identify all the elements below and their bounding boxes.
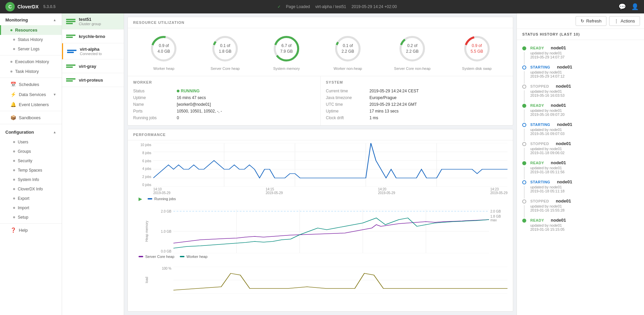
chart1-y10: 10 jobs	[133, 143, 151, 147]
cluster-test51-name: test51	[79, 17, 101, 22]
sidebar-divider-5	[0, 223, 62, 224]
cluster-virt-proteus-info: virt-proteus	[79, 78, 103, 83]
sidebar-divider-2	[0, 78, 62, 78]
timeline-status-3: READY	[530, 103, 544, 107]
timeline-row-0: READY node01	[530, 45, 639, 50]
timeline-item-5: STOPPED node01 updated by node01 2019-01…	[517, 138, 644, 158]
sidebar-item-temp-spaces[interactable]: Temp Spaces	[0, 166, 62, 175]
load-chart-wrapper: load 100 %	[128, 264, 513, 296]
groups-dot	[13, 150, 15, 152]
sidebar-item-server-logs[interactable]: Server Logs	[0, 44, 62, 54]
refresh-button[interactable]: ↻ Refresh	[576, 16, 607, 26]
groups-label: Groups	[18, 149, 31, 154]
timeline-row-6: READY node01	[530, 160, 639, 165]
timeline-content-8: STOPPED node01 updated by node01 2019-01…	[530, 198, 639, 212]
sidebar-item-event-listeners[interactable]: 🔔 Event Listeners	[0, 99, 62, 109]
worker-name-label: Name	[133, 101, 177, 108]
sidebar-item-cloverdx-info[interactable]: CloverDX Info	[0, 184, 62, 194]
chart3-ymax: 100 %	[160, 267, 171, 270]
timeline-updated-2: updated by node01	[530, 89, 639, 93]
sidebar-item-users[interactable]: Users	[0, 137, 62, 147]
timeline-dot-4	[522, 123, 526, 127]
status-timeline: READY node01 updated by node01 2019-05-2…	[517, 40, 644, 315]
cloverdx-info-label: CloverDX Info	[18, 187, 43, 191]
timeline-status-2: STOPPED	[530, 84, 549, 88]
cluster-virt-proteus[interactable]: virt-proteus	[62, 73, 124, 87]
system-info-label: System Info	[18, 177, 39, 182]
cluster-test51[interactable]: test51 Cluster group	[62, 13, 124, 30]
cluster-test51-info: test51 Cluster group	[79, 17, 101, 26]
gauge-worker-heap-text: 0.9 of 4.0 GB	[158, 43, 170, 54]
exec-history-dot	[10, 61, 12, 63]
timeline-date-4: 2019-05-16 09:07:03	[530, 132, 639, 136]
system-table: Current time 2019-05-29 14:24:24 CEST Ja…	[326, 88, 508, 121]
configuration-header[interactable]: Configuration ▲	[0, 126, 62, 137]
monitoring-header[interactable]: Monitoring ▲	[0, 13, 62, 25]
gauge-system-memory-text: 6.7 of 7.9 GB	[280, 43, 292, 54]
timeline-dot-0	[522, 46, 526, 50]
import-dot	[13, 207, 15, 209]
security-dot	[13, 160, 15, 162]
chart1-play-icon[interactable]: ▶	[139, 196, 142, 201]
sidebar-item-import[interactable]: Import	[0, 203, 62, 213]
sidebar-item-groups[interactable]: Groups	[0, 147, 62, 156]
timeline-updated-8: updated by node01	[530, 204, 639, 208]
page-status: Page Loaded	[286, 4, 310, 9]
chart2-legend-color2	[180, 256, 184, 257]
timeline-row-2: STOPPED node01	[530, 84, 639, 89]
timeline-dot-3	[522, 104, 526, 108]
system-section: SYSTEM Current time 2019-05-29 14:24:24 …	[320, 76, 513, 125]
sidebar-divider-4	[0, 124, 62, 124]
timeline-updated-4: updated by node01	[530, 128, 639, 132]
event-listeners-icon: 🔔	[10, 102, 16, 107]
timeline-node-5: node01	[556, 141, 571, 146]
chat-icon[interactable]: 💬	[619, 3, 626, 10]
sidebar-item-sandboxes[interactable]: 📦 Sandboxes	[0, 113, 62, 123]
help-icon: ❓	[10, 227, 16, 233]
sidebar-divider-1	[0, 55, 62, 55]
cluster-virt-alpha[interactable]: virt-alpha Connected to	[62, 43, 124, 59]
gauge-worker-heap-label: Worker heap	[153, 66, 174, 71]
logo-icon: C	[5, 2, 15, 11]
gauge-system-memory-label: System memory	[273, 66, 300, 71]
chart1-container: 10 jobs 8 jobs 6 jobs 4 jobs 2 jobs 0 jo…	[133, 143, 507, 187]
user-icon[interactable]: 👤	[631, 3, 639, 10]
sandboxes-label: Sandboxes	[19, 115, 41, 120]
server-logs-label: Server Logs	[18, 47, 40, 51]
cluster-krychle-brno[interactable]: krychle-brno	[62, 30, 124, 43]
data-services-icon: ⚡	[10, 92, 16, 97]
gauge-system-disk-swap-text: 0.9 of 5.5 GB	[471, 43, 483, 54]
status-toolbar: ↻ Refresh ⋮ Actions	[517, 13, 644, 29]
sidebar-item-security[interactable]: Security	[0, 156, 62, 166]
timeline-row-5: STOPPED node01	[530, 141, 639, 146]
resource-utilization-panel: RESOURCE UTILIZATION 0.9 of 4.0 GB	[127, 17, 513, 126]
resources-dot	[10, 29, 12, 31]
timeline-status-8: STOPPED	[530, 199, 549, 203]
gauge-worker-non-heap: 0.1 of 2.2 GB Worker non-heap	[333, 34, 363, 71]
timeline-dot-5	[522, 142, 526, 146]
cloverdx-info-dot	[13, 188, 15, 190]
sidebar-item-schedules[interactable]: 📅 Schedules	[0, 79, 62, 89]
sidebar-item-resources[interactable]: Resources	[0, 25, 62, 35]
timeline-date-1: 2019-05-29 14:07:12	[530, 74, 639, 78]
worker-name-row: Name [worker0@node01]	[133, 101, 315, 108]
sidebar-item-export[interactable]: Export	[0, 194, 62, 203]
cluster-virt-gray[interactable]: virt-gray	[62, 59, 124, 73]
timeline-dot-7	[522, 180, 526, 184]
sidebar-item-setup[interactable]: Setup	[0, 213, 62, 222]
sidebar-item-execution-history[interactable]: Execution History	[0, 57, 62, 66]
worker-title: WORKER	[133, 80, 315, 84]
timeline-row-8: STOPPED node01	[530, 198, 639, 204]
app-logo[interactable]: C CloverDX 5.3.0.5	[5, 2, 56, 11]
worker-section: WORKER Status RUNNING	[128, 76, 320, 125]
sidebar-item-system-info[interactable]: System Info	[0, 175, 62, 184]
sidebar-item-help[interactable]: ❓ Help	[0, 225, 62, 235]
system-clock-drift-row: Clock drift 1 ms	[326, 115, 508, 121]
sidebar-item-data-services[interactable]: ⚡ Data Services ▼	[0, 89, 62, 99]
server-info: virt-alpha / test51	[315, 4, 346, 9]
sidebar-item-task-history[interactable]: Task History	[0, 66, 62, 76]
timeline-row-3: READY node01	[530, 103, 639, 108]
sidebar-item-status-history[interactable]: Status History	[0, 35, 62, 44]
chart2-ymax2: 1.8 GB max	[490, 215, 507, 222]
actions-button[interactable]: ⋮ Actions	[609, 16, 640, 26]
